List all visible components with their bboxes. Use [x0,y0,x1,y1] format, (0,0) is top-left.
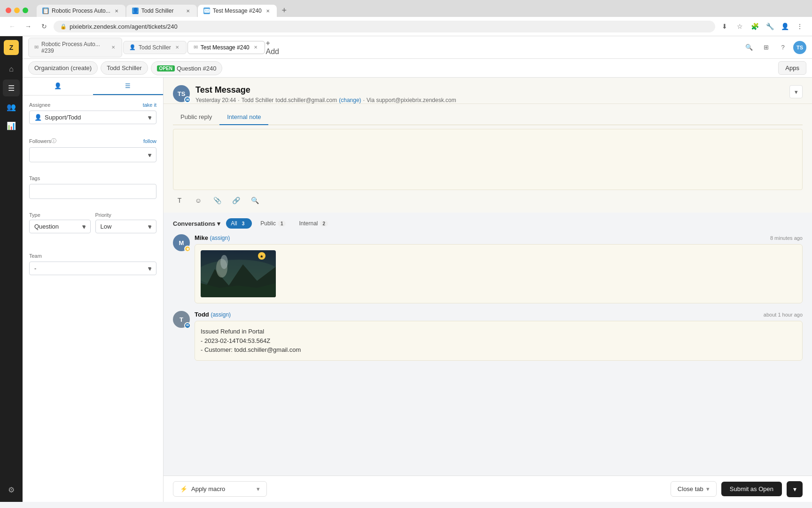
minimize-traffic-light[interactable] [14,8,20,13]
extensions-icon[interactable]: 🔧 [763,20,776,33]
tab-test-message-close[interactable]: ✕ [252,44,259,51]
reply-editor[interactable] [173,129,803,190]
user-avatar[interactable]: TS [793,41,806,54]
add-tab-button[interactable]: + Add [266,41,279,54]
public-tab-count: 1 [278,221,286,227]
ticket-tab-list: ✉ Robotic Process Auto... #239 ✕ 👤 Todd … [28,38,742,57]
tab-robotic-close[interactable]: ✕ [110,44,116,51]
app-logo[interactable]: Z [4,40,19,55]
tab-todd-close[interactable]: ✕ [174,44,180,51]
browser-user-icon[interactable]: 👤 [778,20,791,33]
org-label: Organization (create) [34,64,92,71]
email-icon-tab1: ✉ [34,44,39,50]
ticket-sidebar: 👤 ☰ Assignee take it 👤 Support/Todd [23,78,164,502]
search-content-button[interactable]: 🔍 [248,194,261,207]
sidebar-item-settings[interactable]: ⚙ [3,481,20,498]
conversations-header: Conversations ▾ All 3 Public 1 [173,218,803,229]
address-bar[interactable]: 🔒 pixiebrix.zendesk.com/agent/tickets/24… [54,21,715,32]
take-it-link[interactable]: take it [143,102,156,108]
sidebar-tab-user[interactable]: 👤 [23,78,93,95]
ticket-subject: Test Message [195,85,784,95]
tab-close-3[interactable]: ✕ [265,8,271,14]
new-tab-button[interactable]: + [278,4,291,17]
tab-title-2: Todd Schiller [141,8,182,14]
followers-label: Followers [29,138,51,144]
maximize-traffic-light[interactable] [23,8,28,13]
tags-input[interactable] [29,184,156,199]
ticket-avatar-channel-badge: ✉ [184,96,191,103]
assignee-select[interactable]: 👤 Support/Todd ▾ [29,111,156,124]
browser-nav: ← → ↻ 🔒 pixiebrix.zendesk.com/agent/tick… [0,17,812,36]
message-item-todd: T ✉ Todd (assign) about 1 h [173,311,803,361]
mike-message-content: Mike (assign) 8 minutes ago [195,234,803,303]
sidebar-item-users[interactable]: 👥 [3,98,20,115]
forward-button[interactable]: → [22,20,35,33]
mike-avatar-initial: M [179,239,184,246]
user-nav-item[interactable]: Todd Schiller [101,61,148,75]
sidebar-item-reporting[interactable]: 📊 [3,117,20,134]
open-badge: OPEN [157,65,175,71]
follow-link[interactable]: follow [143,138,156,144]
tab-internal-note[interactable]: Internal note [219,110,268,125]
followers-field[interactable]: ▾ [29,147,156,162]
link-button[interactable]: 🔗 [229,194,242,207]
tab-close-2[interactable]: ✕ [185,8,191,14]
followers-chevron-icon: ▾ [148,151,151,159]
priority-chevron: ▾ [148,223,151,230]
sidebar-tab-info[interactable]: ☰ [93,78,164,95]
tab-public-reply[interactable]: Public reply [173,110,219,125]
tab-close-1[interactable]: ✕ [113,8,120,14]
submit-chevron-button[interactable]: ▾ [787,481,803,497]
conv-tab-public[interactable]: Public 1 [256,218,290,229]
conv-tab-internal[interactable]: Internal 2 [294,218,333,229]
text-format-button[interactable]: T [173,194,186,207]
org-nav-item[interactable]: Organization (create) [28,61,98,75]
close-traffic-light[interactable] [6,8,11,13]
ticket-timestamp: Yesterday 20:44 [195,97,236,103]
todd-message-line1: Issued Refund in Portal [201,327,796,336]
download-button[interactable]: ⬇ [718,20,731,33]
avatar-initials: TS [796,45,803,50]
sidebar-item-tickets[interactable]: ☰ [3,79,20,96]
todd-assign-link[interactable]: (assign) [211,311,231,318]
apply-macro-button[interactable]: ⚡ Apply macro ▾ [173,481,267,497]
tab-todd-schiller[interactable]: 👤 Todd Schiller ✕ [123,41,187,54]
ticket-change-link[interactable]: (change) [339,97,361,103]
browser-tab-2[interactable]: 👤 Todd Schiller ✕ [126,5,197,17]
menu-icon[interactable]: ⋮ [793,20,806,33]
attachment-button[interactable]: 📎 [211,194,224,207]
conversations-title[interactable]: Conversations ▾ [173,220,220,227]
pixiebrix-icon[interactable]: 🧩 [748,20,761,33]
tab-robotic-process[interactable]: ✉ Robotic Process Auto... #239 ✕ [28,38,122,57]
browser-tab-3[interactable]: ✉️ Test Message #240 ✕ [198,5,277,17]
bookmark-button[interactable]: ☆ [733,20,746,33]
bottom-action-bar: ⚡ Apply macro ▾ Close tab ▾ Submit as Op… [164,476,812,502]
emoji-icon: ☺ [195,197,202,204]
refresh-button[interactable]: ↻ [38,20,51,33]
submit-button[interactable]: Submit as Open [721,482,782,496]
priority-select[interactable]: Low ▾ [95,220,157,233]
team-chevron: ▾ [148,265,151,272]
ticket-nav-item[interactable]: OPEN Question #240 [151,61,223,75]
back-button[interactable]: ← [6,20,19,33]
emoji-button[interactable]: ☺ [192,194,205,207]
tab-test-message[interactable]: ✉ Test Message #240 ✕ [187,41,265,54]
close-tab-chevron: ▾ [706,485,710,492]
mike-avatar: M ★ [173,234,190,251]
svg-point-4 [220,255,228,269]
type-select[interactable]: Question ▾ [29,220,91,233]
app-sidebar: Z ⌂ ☰ 👥 📊 ⚙ [0,36,23,502]
close-tab-button[interactable]: Close tab ▾ [671,481,717,497]
ticket-email: todd.schiller@gmail.com [275,97,337,103]
help-button[interactable]: ? [776,41,789,54]
ticket-expand-button[interactable]: ▾ [789,85,803,98]
apps-button[interactable]: Apps [778,61,806,75]
type-chevron: ▾ [82,223,86,230]
search-button[interactable]: 🔍 [742,41,756,54]
conv-tab-all[interactable]: All 3 [226,218,252,229]
mike-assign-link[interactable]: (assign) [210,235,230,241]
sidebar-item-home[interactable]: ⌂ [3,61,20,78]
browser-tab-1[interactable]: 📋 Robotic Process Auto... ✕ [37,5,125,17]
team-select[interactable]: - ▾ [29,262,156,275]
grid-button[interactable]: ⊞ [759,41,773,54]
